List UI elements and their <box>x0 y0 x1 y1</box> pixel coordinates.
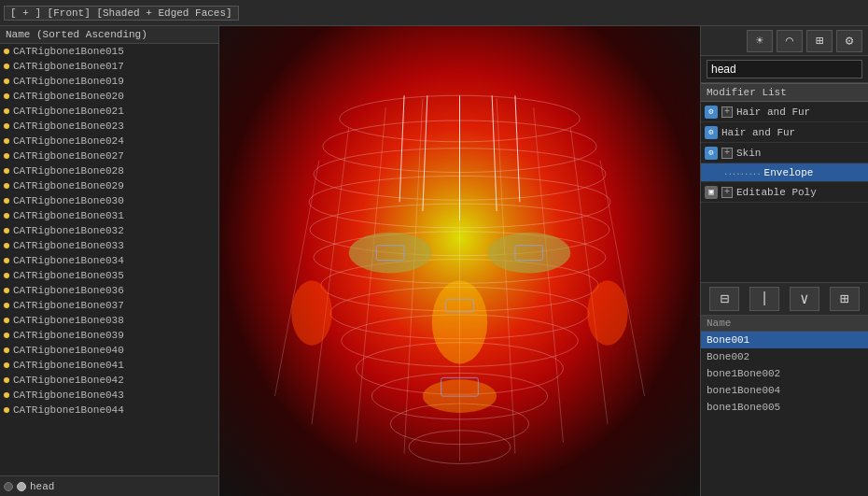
modifier-items-list: ⚙ + Hair and Fur ⚙ Hair and Fur ⚙ + Skin… <box>701 102 868 282</box>
nav-prev-btn[interactable]: ⊟ <box>709 287 739 311</box>
list-item[interactable]: CATRigbone1Bone024 <box>0 134 218 149</box>
list-item[interactable]: CATRigbone1Bone028 <box>0 163 218 178</box>
item-dot <box>4 153 9 159</box>
list-item[interactable]: CATRigbone1Bone040 <box>0 343 218 358</box>
item-label: CATRigbone1Bone027 <box>13 150 124 162</box>
item-label: CATRigbone1Bone023 <box>13 120 124 132</box>
item-label: CATRigbone1Bone043 <box>13 390 124 401</box>
list-item[interactable]: CATRigbone1Bone037 <box>0 298 218 313</box>
item-label: CATRigbone1Bone034 <box>13 255 124 266</box>
gear-icon[interactable]: ⚙ <box>836 30 862 52</box>
right-toolbar: ☀ ◠ ⊞ ⚙ <box>701 26 868 56</box>
svg-point-26 <box>291 280 332 345</box>
item-dot <box>4 318 9 323</box>
list-item[interactable]: CATRigbone1Bone017 <box>0 59 218 74</box>
item-dot <box>4 303 9 308</box>
item-dot <box>4 138 9 144</box>
list-item[interactable]: CATRigbone1Bone039 <box>0 328 218 343</box>
expand-btn-poly[interactable]: + <box>721 187 733 198</box>
item-dot <box>4 198 9 204</box>
list-item[interactable]: CATRigbone1Bone019 <box>0 74 218 89</box>
viewport-topbar: [ + ] [Front] [Shaded + Edged Faces] <box>0 0 868 26</box>
list-item[interactable]: CATRigbone1Bone027 <box>0 149 218 163</box>
list-item[interactable]: CATRigbone1Bone030 <box>0 193 218 208</box>
item-label: CATRigbone1Bone044 <box>13 404 124 416</box>
item-dot <box>4 333 9 338</box>
svg-line-35 <box>492 95 497 211</box>
bone-item[interactable]: Bone001 <box>701 332 868 348</box>
item-dot <box>4 123 9 129</box>
envelope-label: Envelope <box>764 167 814 178</box>
item-dot <box>4 228 9 234</box>
list-item[interactable]: CATRigbone1Bone015 <box>0 44 218 59</box>
modifier-label-poly: Editable Poly <box>736 187 864 198</box>
bone-list[interactable]: Bone001Bone002bone1Bone002bone1Bone004bo… <box>701 332 868 496</box>
list-item[interactable]: CATRigbone1Bone033 <box>0 238 218 253</box>
arc-icon[interactable]: ◠ <box>777 30 803 52</box>
bone-item[interactable]: Bone002 <box>701 348 868 365</box>
svg-line-19 <box>534 107 564 443</box>
list-item[interactable]: CATRigbone1Bone029 <box>0 178 218 193</box>
list-item[interactable]: CATRigbone1Bone043 <box>0 388 218 403</box>
gear-icon3: ⚙ <box>705 147 718 160</box>
list-item[interactable]: CATRigbone1Bone036 <box>0 283 218 298</box>
modifier-hair2[interactable]: ⚙ Hair and Fur <box>701 122 868 143</box>
item-dot <box>4 49 9 54</box>
grid-icon[interactable]: ⊞ <box>806 30 833 52</box>
nav-next-btn[interactable]: ⊞ <box>830 287 860 311</box>
bone-list-panel[interactable]: CATRigbone1Bone015 CATRigbone1Bone017 CA… <box>0 44 218 475</box>
sun-icon[interactable]: ☀ <box>747 30 773 52</box>
list-item[interactable]: CATRigbone1Bone034 <box>0 253 218 268</box>
expand-btn-skin[interactable]: + <box>721 148 733 159</box>
item-label: CATRigbone1Bone019 <box>13 76 124 87</box>
bone-item[interactable]: bone1Bone004 <box>701 382 868 399</box>
svg-line-21 <box>600 161 645 397</box>
status-dot-gray <box>4 482 13 491</box>
right-bottom-section: Name Bone001Bone002bone1Bone002bone1Bone… <box>701 316 868 496</box>
svg-line-15 <box>357 107 386 443</box>
item-dot <box>4 64 9 69</box>
list-item[interactable]: CATRigbone1Bone041 <box>0 358 218 373</box>
bone-item[interactable]: bone1Bone005 <box>701 399 868 416</box>
item-dot <box>4 392 9 398</box>
modifier-hair1[interactable]: ⚙ + Hair and Fur <box>701 102 868 122</box>
list-item[interactable]: CATRigbone1Bone038 <box>0 313 218 328</box>
svg-line-16 <box>312 128 349 424</box>
svg-line-20 <box>570 128 608 424</box>
list-item[interactable]: CATRigbone1Bone032 <box>0 223 218 238</box>
list-item[interactable]: CATRigbone1Bone044 <box>0 403 218 418</box>
item-label: CATRigbone1Bone041 <box>13 360 124 371</box>
nav-pipe-btn[interactable]: | <box>749 287 779 311</box>
object-name-input[interactable] <box>707 60 862 78</box>
item-dot <box>4 347 9 353</box>
list-item[interactable]: CATRigbone1Bone035 <box>0 268 218 283</box>
item-label: CATRigbone1Bone024 <box>13 135 124 147</box>
item-dot <box>4 108 9 114</box>
list-item[interactable]: CATRigbone1Bone042 <box>0 373 218 388</box>
item-label: CATRigbone1Bone017 <box>13 61 124 72</box>
bone-item[interactable]: bone1Bone002 <box>701 365 868 382</box>
modifier-envelope[interactable]: ......... Envelope <box>701 163 868 182</box>
item-label: CATRigbone1Bone021 <box>13 106 124 117</box>
item-dot <box>4 243 9 248</box>
gear-icon2: ⚙ <box>705 126 718 139</box>
name-section <box>701 56 868 83</box>
item-label: CATRigbone1Bone038 <box>13 315 124 326</box>
modifier-label-skin: Skin <box>736 148 864 159</box>
modifier-editable-poly[interactable]: ▣ + Editable Poly <box>701 182 868 203</box>
modifier-skin[interactable]: ⚙ + Skin <box>701 143 868 163</box>
item-dot <box>4 183 9 189</box>
list-item[interactable]: CATRigbone1Bone031 <box>0 208 218 223</box>
item-label: CATRigbone1Bone032 <box>13 225 124 236</box>
item-dot <box>4 213 9 219</box>
nav-down-btn[interactable]: ∨ <box>790 287 819 311</box>
svg-point-22 <box>349 233 432 274</box>
list-item[interactable]: CATRigbone1Bone020 <box>0 89 218 104</box>
modifier-list-header: Modifier List <box>701 83 868 102</box>
svg-line-17 <box>274 161 319 397</box>
list-item[interactable]: CATRigbone1Bone021 <box>0 104 218 119</box>
expand-btn-hair1[interactable]: + <box>721 106 733 118</box>
item-label: CATRigbone1Bone040 <box>13 345 124 356</box>
item-label: CATRigbone1Bone029 <box>13 180 124 191</box>
list-item[interactable]: CATRigbone1Bone023 <box>0 119 218 134</box>
